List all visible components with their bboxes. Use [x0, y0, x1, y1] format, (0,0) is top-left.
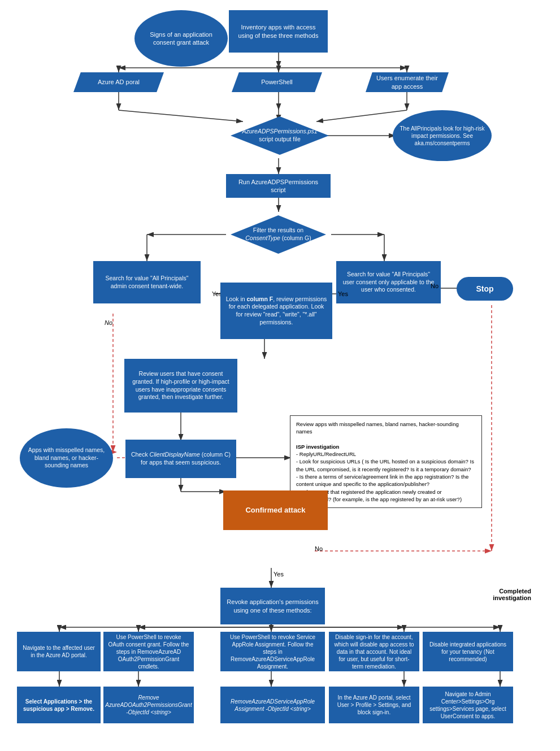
yes-label-confirmed: Yes [274, 571, 284, 578]
remove-service-label: RemoveAzureADServiceAppRole Assignment -… [225, 698, 320, 713]
powershell-node: PowerShell [232, 72, 322, 92]
allprincipals-label: The AllPrincipals look for high-risk imp… [398, 125, 486, 147]
admin-center-label: Navigate to Admin Center>Settings>Org se… [427, 691, 509, 720]
svg-line-12 [119, 110, 243, 121]
search-admin-label: Search for value "All Principals" admin … [98, 275, 196, 290]
no-label-admin: No [105, 319, 112, 326]
azure-ad-portal-label: In the Azure AD portal, select User > Pr… [333, 694, 415, 716]
script-diamond-label: AzureADPSPermissions.ps1script output fi… [242, 128, 317, 143]
column-f-node: Look in column F, review permissions for… [220, 283, 332, 339]
admin-center-node: Navigate to Admin Center>Settings>Org se… [423, 687, 513, 723]
yes-label-2: Yes [338, 290, 348, 297]
check-display-node: Check ClientDisplayName (column C) for a… [125, 440, 236, 478]
revoke-node: Revoke application's permissions using o… [220, 588, 325, 624]
users-enum-label: Users enumerate their app access [375, 74, 440, 90]
inventory-node: Inventory apps with access using of thes… [229, 10, 328, 53]
run-script-node: Run AzureADPSPermissions script [226, 174, 331, 198]
apps-misspelled-label: Apps with misspelled names, bland names,… [25, 446, 107, 470]
revoke-label: Revoke application's permissions using o… [225, 598, 320, 614]
search-admin-node: Search for value "All Principals" admin … [93, 261, 201, 303]
ps1-node: Use PowerShell to revoke OAuth consent g… [103, 632, 194, 671]
search-user-label: Search for value "All Principals" user c… [341, 271, 436, 294]
inventory-label: Inventory apps with access using of thes… [233, 23, 323, 40]
stop-label: Stop [476, 284, 493, 294]
filter-node: Filter the results on ConsentType (colum… [226, 212, 331, 257]
check-display-label: Check ClientDisplayName (column C) for a… [130, 451, 232, 466]
review-users-node: Review users that have consent granted. … [124, 359, 237, 413]
disable-signin-node: Disable sign-in for the account, which w… [329, 632, 419, 671]
no-label-user: No [431, 283, 439, 289]
select-app-label: Select Applications > the suspicious app… [21, 698, 96, 713]
nav1-label: Navigate to the affected user in the Azu… [21, 644, 96, 659]
azure-ad-portal-node: In the Azure AD portal, select User > Pr… [329, 687, 419, 723]
allprincipals-node: The AllPrincipals look for high-risk imp… [393, 110, 492, 161]
select-app-node: Select Applications > the suspicious app… [17, 687, 101, 723]
script-diamond-node: AzureADPSPermissions.ps1script output fi… [226, 113, 333, 158]
powershell-label: PowerShell [261, 78, 293, 86]
disable-signin-label: Disable sign-in for the account, which w… [333, 633, 415, 670]
disable-integrated-label: Disable integrated applications for your… [427, 641, 509, 663]
ps1-label: Use PowerShell to revoke OAuth consent g… [108, 633, 189, 670]
apps-misspelled-node: Apps with misspelled names, bland names,… [20, 428, 113, 488]
column-f-label: Look in column F, review permissions for… [225, 296, 328, 327]
filter-label: Filter the results on ConsentType (colum… [237, 227, 319, 242]
remove-oauth-label: Remove AzureADOAuth2PermissionsGrant -Ob… [105, 694, 192, 716]
ps2-node: Use PowerShell to revoke Service AppRole… [220, 632, 325, 671]
azure-ad-node: Azure AD poral [73, 72, 164, 92]
nav1-node: Navigate to the affected user in the Azu… [17, 632, 101, 671]
remove-service-node: RemoveAzureADServiceAppRole Assignment -… [220, 687, 325, 723]
confirmed-attack-label: Confirmed attack [245, 506, 305, 515]
start-node: Signs of an application consent grant at… [134, 10, 228, 67]
ps2-label: Use PowerShell to revoke Service AppRole… [225, 633, 320, 670]
review-users-label: Review users that have consent granted. … [129, 370, 233, 401]
disable-integrated-node: Disable integrated applications for your… [423, 632, 513, 671]
stop-node: Stop [457, 277, 513, 301]
start-label: Signs of an application consent grant at… [140, 31, 222, 47]
confirmed-attack-node: Confirmed attack [223, 490, 328, 530]
completed-investigation-label: Completed investigation [463, 588, 531, 601]
search-user-node: Search for value "All Principals" user c… [336, 261, 441, 303]
azure-ad-label: Azure AD poral [98, 78, 140, 86]
users-enum-node: Users enumerate their app access [366, 72, 449, 92]
remove-oauth-node: Remove AzureADOAuth2PermissionsGrant -Ob… [103, 687, 194, 723]
flowchart: Signs of an application consent grant at… [0, 0, 560, 751]
no-label-confirmed: No [315, 545, 323, 552]
run-script-label: Run AzureADPSPermissions script [231, 178, 326, 194]
